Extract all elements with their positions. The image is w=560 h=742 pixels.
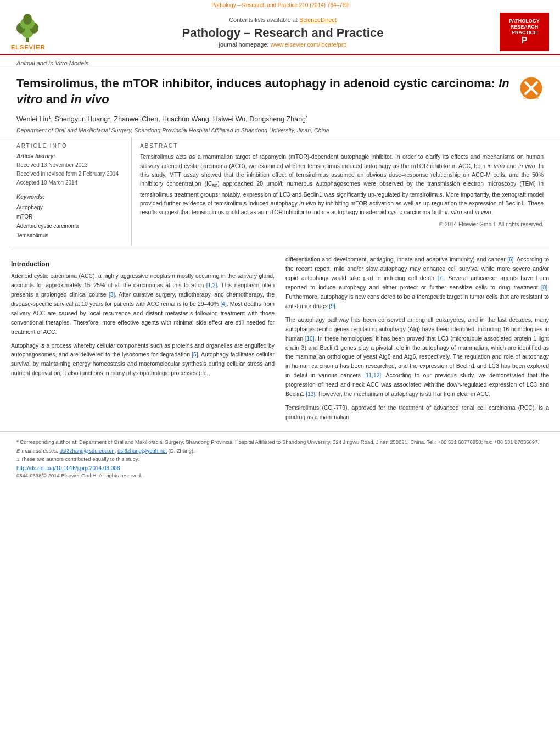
article-title-area: Temsirolimus, the mTOR inhibitor, induce… [0,69,560,111]
footer-email: E-mail addresses: dsf3zhang@sdu.edu.cn, … [16,447,544,455]
contents-text: Contents lists available at [229,16,299,23]
keywords-section: Keywords: Autophagy mTOR Adenoid cystic … [16,193,123,240]
body-right-col: differentiation and development, antiagi… [285,255,549,426]
page-wrapper: Pathology – Research and Practice 210 (2… [0,0,560,742]
right-para2: The autophagy pathway has been conserved… [285,315,549,399]
svg-point-6 [23,14,32,25]
received-date: Received 13 November 2013 [16,161,123,170]
cite-5: [5] [192,352,198,358]
sciencedirect-link[interactable]: ScienceDirect [299,16,337,23]
section-divider [11,250,549,250]
footer-area: * Corresponding author at: Department of… [0,431,560,482]
email-link-2[interactable]: dsf3zhang@yeah.net [117,448,167,454]
email-link-1[interactable]: dsf3zhang@sdu.edu.cn [60,448,115,454]
article-info-abstract-layout: ARTICLE INFO Article history: Received 1… [0,137,560,246]
svg-text:CrossMark: CrossMark [523,96,540,99]
cite-7: [7] [438,275,444,281]
abstract-label: ABSTRACT [140,143,544,149]
crossmark-badge[interactable]: CrossMark [519,76,544,101]
cite-13: [13] [306,391,315,397]
keyword4: Temsirolimus [16,231,123,240]
article-title: Temsirolimus, the mTOR inhibitor, induce… [16,76,511,107]
cite-3: [3] [109,292,115,298]
article-info-col: ARTICLE INFO Article history: Received 1… [11,137,132,246]
footer-star-note: * Corresponding author at: Department of… [16,438,544,446]
history-label: Article history: [16,152,123,161]
pathology-logo-icon: P [522,36,528,46]
cite-1-2: [1,2] [206,282,217,288]
cite-4: [4] [221,301,227,307]
footer-note1: 1 These two authors contributed equally … [16,455,544,463]
copyright-text: © 2014 Elsevier GmbH. All rights reserve… [140,221,544,227]
right-para3: Temsirolimus (CCI-779), approved for the… [285,403,549,422]
homepage-link[interactable]: www.elsevier.com/locate/prp [271,41,347,48]
journal-ref-top: Pathology – Research and Practice 210 (2… [0,0,560,8]
footer-doi: http://dx.doi.org/10.1016/j.prp.2014.03.… [16,465,544,471]
pathology-logo-title: PATHOLOGYRESEARCHPRACTICE [509,18,540,36]
authors-area: Wenlei Liu1, Shengyun Huang1, Zhanwei Ch… [0,111,560,125]
intro-para1: Adenoid cystic carcinoma (ACC), a highly… [11,271,275,336]
pathology-logo: PATHOLOGYRESEARCHPRACTICE P [500,13,549,51]
cite-6: [6] [507,256,513,263]
right-para1: differentiation and development, antiagi… [285,255,549,311]
keywords-label: Keywords: [16,193,123,202]
doi-link[interactable]: http://dx.doi.org/10.1016/j.prp.2014.03.… [16,465,120,471]
keyword3: Adenoid cystic carcinoma [16,221,123,231]
footer-issn: 0344-0338/© 2014 Elsevier GmbH. All righ… [16,472,544,478]
article-history-section: Article history: Received 13 November 20… [16,152,123,187]
cite-11-12: [11,12] [364,372,381,378]
keyword1: Autophagy [16,203,123,212]
body-area: Introduction Adenoid cystic carcinoma (A… [0,255,560,426]
body-left-col: Introduction Adenoid cystic carcinoma (A… [11,255,275,426]
elsevier-tree-icon [11,14,44,44]
homepage-label: journal homepage: [219,41,271,48]
keyword2: mTOR [16,212,123,221]
journal-ref-text: Pathology – Research and Practice 210 (2… [211,2,349,8]
authors-text: Wenlei Liu1, Shengyun Huang1, Zhanwei Ch… [16,115,307,123]
accepted-date: Accepted 10 March 2014 [16,178,123,187]
cite-9: [9] [329,303,335,309]
abstract-col: ABSTRACT Temsirolimus acts as a mammalia… [132,137,549,246]
affiliation: Department of Oral and Maxillofacial Sur… [0,125,560,137]
journal-title: Pathology – Research and Practice [66,26,500,40]
cite-10: [10] [305,336,315,342]
elsevier-logo: ELSEVIER [11,14,66,51]
intro-heading: Introduction [11,260,275,268]
cite-8: [8] [541,284,547,291]
elsevier-label: ELSEVIER [11,44,45,51]
intro-para2: Autophagy is a process whereby cellular … [11,341,275,378]
section-label: Animal and In Vitro Models [0,55,560,69]
article-info-label: ARTICLE INFO [16,143,123,149]
abstract-text: Temsirolimus acts as a mammalian target … [140,152,544,216]
revised-date: Received in revised form 2 February 2014 [16,170,123,178]
journal-homepage: journal homepage: www.elsevier.com/locat… [66,41,500,48]
journal-header: ELSEVIER Contents lists available at Sci… [0,8,560,55]
journal-header-center: Contents lists available at ScienceDirec… [66,16,500,48]
sciencedirect-text: Contents lists available at ScienceDirec… [66,16,500,24]
